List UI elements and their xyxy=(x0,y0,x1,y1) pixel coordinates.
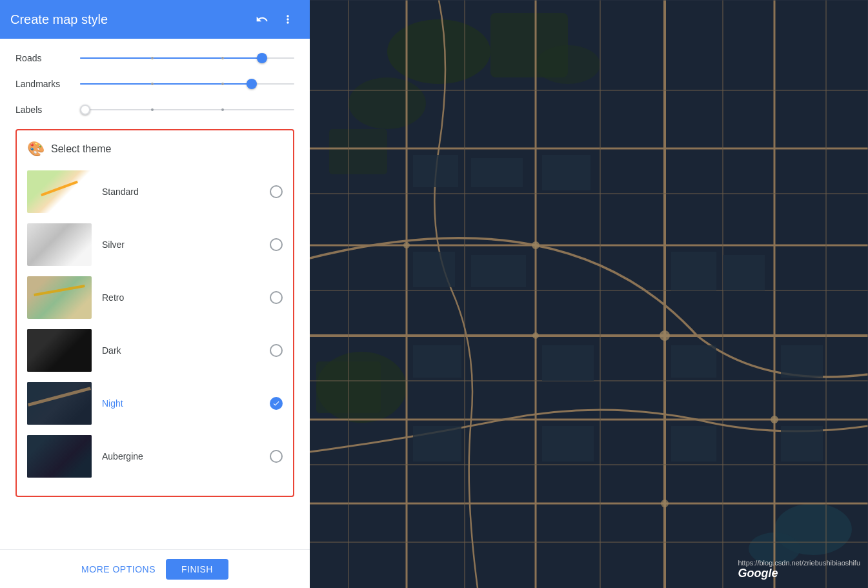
svg-rect-48 xyxy=(781,345,823,378)
more-options-button[interactable]: MORE OPTIONS xyxy=(81,564,156,574)
select-theme-box: 🎨 Select theme Standard Silver Retro xyxy=(15,129,294,497)
theme-thumbnail-retro xyxy=(27,276,92,319)
svg-point-3 xyxy=(348,77,426,129)
svg-point-35 xyxy=(661,500,669,507)
google-watermark: https://blog.csdn.net/zriebushibiaoshifu… xyxy=(738,559,860,580)
svg-rect-51 xyxy=(671,426,716,461)
theme-item-aubergine[interactable]: Aubergine xyxy=(27,432,283,480)
svg-rect-52 xyxy=(781,426,823,461)
map-svg xyxy=(310,0,868,588)
svg-rect-39 xyxy=(471,158,523,187)
map-area: https://blog.csdn.net/zriebushibiaoshifu… xyxy=(310,0,868,588)
panel-title: Create map style xyxy=(10,12,248,27)
svg-point-30 xyxy=(532,241,540,249)
panel-header: Create map style xyxy=(0,0,310,39)
svg-rect-50 xyxy=(542,426,594,461)
svg-point-5 xyxy=(536,45,600,84)
svg-rect-49 xyxy=(413,426,461,461)
left-panel: Create map style Roads xyxy=(0,0,310,588)
panel-content: Roads Landmarks xyxy=(0,39,310,549)
svg-rect-41 xyxy=(413,252,455,287)
theme-item-standard[interactable]: Standard xyxy=(27,168,283,216)
theme-radio-night[interactable] xyxy=(270,397,283,410)
svg-point-33 xyxy=(403,242,410,248)
finish-button[interactable]: FINISH xyxy=(166,559,228,580)
svg-point-31 xyxy=(660,330,670,341)
theme-name-silver: Silver xyxy=(102,239,270,250)
more-options-icon-button[interactable] xyxy=(276,8,299,31)
select-theme-title: Select theme xyxy=(51,143,111,155)
svg-rect-44 xyxy=(723,255,765,290)
theme-item-dark[interactable]: Dark xyxy=(27,327,283,374)
theme-thumbnail-silver xyxy=(27,223,92,266)
svg-rect-40 xyxy=(542,155,590,190)
theme-name-aubergine: Aubergine xyxy=(102,451,270,461)
google-logo: Google xyxy=(738,567,778,580)
theme-thumbnail-dark xyxy=(27,329,92,372)
svg-rect-38 xyxy=(413,155,458,187)
theme-thumbnail-aubergine xyxy=(27,435,92,478)
landmarks-slider[interactable] xyxy=(80,77,294,90)
labels-label: Labels xyxy=(15,105,80,115)
theme-name-dark: Dark xyxy=(102,345,270,356)
theme-item-night[interactable]: Night xyxy=(27,380,283,427)
select-theme-header: 🎨 Select theme xyxy=(27,141,283,157)
theme-radio-retro[interactable] xyxy=(270,291,283,304)
labels-slider-row: Labels xyxy=(15,103,294,116)
theme-name-night: Night xyxy=(102,398,270,409)
panel-footer: MORE OPTIONS FINISH xyxy=(0,549,310,588)
svg-rect-46 xyxy=(542,345,594,381)
watermark-url: https://blog.csdn.net/zriebushibiaoshifu xyxy=(738,559,860,567)
svg-point-34 xyxy=(771,416,778,423)
theme-thumbnail-standard xyxy=(27,170,92,213)
svg-rect-47 xyxy=(671,345,716,378)
theme-radio-silver[interactable] xyxy=(270,238,283,251)
svg-rect-45 xyxy=(413,345,461,378)
landmarks-label: Landmarks xyxy=(15,79,80,89)
svg-point-32 xyxy=(532,332,539,339)
svg-rect-4 xyxy=(329,129,387,174)
theme-name-standard: Standard xyxy=(102,187,270,197)
svg-point-1 xyxy=(387,19,490,84)
undo-button[interactable] xyxy=(250,8,274,31)
svg-rect-42 xyxy=(471,255,526,287)
theme-radio-standard[interactable] xyxy=(270,185,283,198)
theme-radio-dark[interactable] xyxy=(270,344,283,357)
svg-rect-43 xyxy=(671,252,716,290)
labels-slider[interactable] xyxy=(80,103,294,116)
theme-radio-aubergine[interactable] xyxy=(270,450,283,463)
roads-slider-row: Roads xyxy=(15,52,294,65)
theme-thumbnail-night xyxy=(27,382,92,425)
roads-label: Roads xyxy=(15,53,80,63)
theme-name-retro: Retro xyxy=(102,292,270,303)
landmarks-slider-row: Landmarks xyxy=(15,77,294,90)
roads-slider[interactable] xyxy=(80,52,294,65)
palette-icon: 🎨 xyxy=(27,141,45,157)
theme-item-retro[interactable]: Retro xyxy=(27,274,283,321)
theme-item-silver[interactable]: Silver xyxy=(27,221,283,269)
